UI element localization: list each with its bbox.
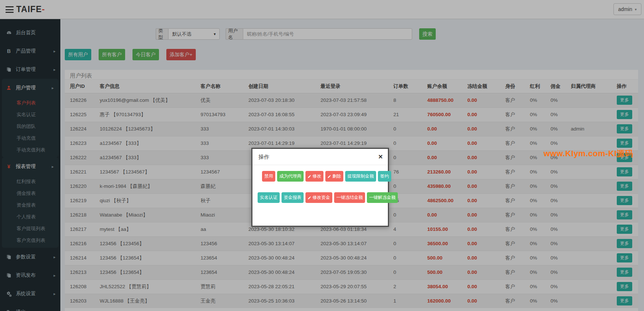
freeze-amount-button[interactable]: 一键冻结金额	[334, 192, 365, 203]
pencil-icon	[308, 196, 311, 200]
pencil-icon	[328, 175, 331, 178]
action-modal-title: 操作	[258, 149, 269, 165]
close-icon[interactable]: ×	[378, 149, 383, 164]
modal-button-label: 删除	[332, 173, 341, 179]
unfreeze-amount-button[interactable]: 一键解冻金额	[367, 192, 398, 203]
modal-button-label: 禁用	[264, 173, 273, 179]
delete-button[interactable]: 删除	[325, 171, 343, 182]
pencil-icon	[308, 175, 311, 178]
become-agent-button[interactable]: 成为代理商	[277, 171, 304, 182]
action-modal-body: 禁用成为代理商修改删除提现限制金额签约 实名认证资金报表修改资金一键冻结金额一键…	[252, 165, 388, 203]
withdraw-limit-button[interactable]: 提现限制金额	[345, 171, 376, 182]
modal-button-row-2: 实名认证资金报表修改资金一键冻结金额一键解冻金额	[258, 192, 385, 203]
disable-button[interactable]: 禁用	[262, 171, 275, 182]
action-modal: 操作 × 禁用成为代理商修改删除提现限制金额签约 实名认证资金报表修改资金一键冻…	[251, 148, 389, 227]
modal-button-label: 签约	[380, 173, 389, 179]
modal-button-label: 修改资金	[312, 194, 330, 201]
screen: TAIFE- admin▾ 后台首页B产品管理▸订单管理▸用户管理▸客户列表实名…	[0, 0, 644, 311]
modal-button-label: 资金报表	[284, 194, 301, 201]
modal-button-label: 实名认证	[260, 194, 277, 201]
modal-button-row-1: 禁用成为代理商修改删除提现限制金额签约	[262, 171, 385, 182]
modal-button-label: 修改	[312, 173, 321, 179]
edit-funds-button[interactable]: 修改资金	[305, 192, 332, 203]
sign-button[interactable]: 签约	[378, 171, 391, 182]
modal-button-label: 一键冻结金额	[336, 194, 363, 201]
modal-button-label: 提现限制金额	[347, 173, 374, 179]
funds-report-button[interactable]: 资金报表	[282, 192, 304, 203]
realname-auth-button[interactable]: 实名认证	[258, 192, 280, 203]
watermark: www.KIym.com-KI源码	[544, 148, 633, 159]
edit-button[interactable]: 修改	[305, 171, 323, 182]
modal-button-label: 成为代理商	[279, 173, 301, 179]
action-modal-header: 操作 ×	[252, 149, 388, 165]
modal-button-label: 一键解冻金额	[369, 194, 396, 201]
